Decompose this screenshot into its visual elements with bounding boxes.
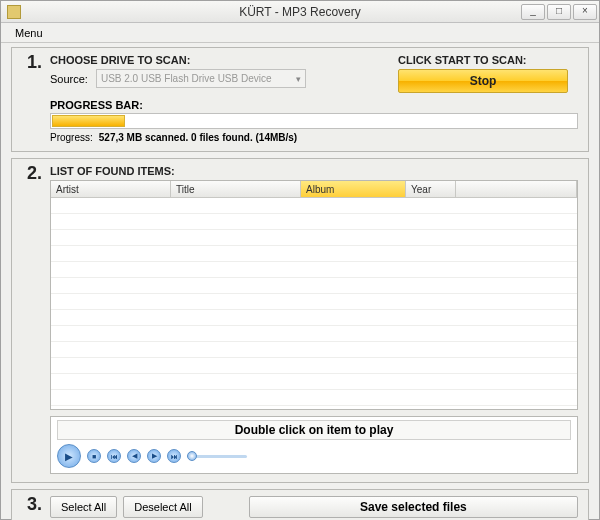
minimize-button[interactable]: _ — [521, 4, 545, 20]
table-row[interactable] — [51, 342, 577, 358]
source-label: Source: — [50, 73, 88, 85]
table-row[interactable] — [51, 390, 577, 406]
step1-number: 1. — [12, 52, 42, 73]
close-button[interactable]: × — [573, 4, 597, 20]
progress-fill — [52, 115, 125, 127]
table-row[interactable] — [51, 294, 577, 310]
grid-header: Artist Title Album Year — [51, 181, 577, 198]
panel-step2: 2. LIST OF FOUND ITEMS: Artist Title Alb… — [11, 158, 589, 483]
col-blank — [456, 181, 577, 197]
col-artist[interactable]: Artist — [51, 181, 171, 197]
col-title[interactable]: Title — [171, 181, 301, 197]
stop-icon[interactable]: ■ — [87, 449, 101, 463]
app-icon — [7, 5, 21, 19]
app-window: KÜRT - MP3 Recovery _ □ × Menu 1. CHOOSE… — [0, 0, 600, 520]
play-icon[interactable]: ▶ — [57, 444, 81, 468]
player-box: Double click on item to play ▶ ■ ⏮ ◀ ▶ ⏭ — [50, 416, 578, 474]
menu-item[interactable]: Menu — [9, 25, 49, 41]
player-hint: Double click on item to play — [57, 420, 571, 440]
next-icon[interactable]: ⏭ — [167, 449, 181, 463]
source-value: USB 2.0 USB Flash Drive USB Device — [101, 73, 272, 84]
table-row[interactable] — [51, 374, 577, 390]
table-row[interactable] — [51, 214, 577, 230]
found-items-label: LIST OF FOUND ITEMS: — [50, 165, 578, 177]
select-all-button[interactable]: Select All — [50, 496, 117, 518]
deselect-all-button[interactable]: Deselect All — [123, 496, 202, 518]
table-row[interactable] — [51, 278, 577, 294]
grid-body[interactable] — [51, 198, 577, 410]
progress-prefix: Progress: — [50, 132, 96, 143]
progress-bar-label: PROGRESS BAR: — [50, 99, 578, 111]
progress-text: Progress: 527,3 MB scanned. 0 files foun… — [50, 132, 578, 143]
panel-step1: 1. CHOOSE DRIVE TO SCAN: Source: USB 2.0… — [11, 47, 589, 152]
table-row[interactable] — [51, 326, 577, 342]
chevron-down-icon: ▾ — [296, 74, 301, 84]
prev-icon[interactable]: ⏮ — [107, 449, 121, 463]
table-row[interactable] — [51, 198, 577, 214]
scan-button[interactable]: Stop — [398, 69, 568, 93]
step2-number: 2. — [12, 163, 42, 184]
table-row[interactable] — [51, 246, 577, 262]
menubar: Menu — [1, 23, 599, 43]
save-button[interactable]: Save selected files — [249, 496, 578, 518]
progress-status: 527,3 MB scanned. 0 files found. (14MB/s… — [99, 132, 297, 143]
table-row[interactable] — [51, 230, 577, 246]
table-row[interactable] — [51, 358, 577, 374]
table-row[interactable] — [51, 310, 577, 326]
maximize-button[interactable]: □ — [547, 4, 571, 20]
table-row[interactable] — [51, 406, 577, 410]
player-controls: ▶ ■ ⏮ ◀ ▶ ⏭ — [57, 444, 571, 468]
progress-bar — [50, 113, 578, 129]
titlebar[interactable]: KÜRT - MP3 Recovery _ □ × — [1, 1, 599, 23]
start-scan-label: CLICK START TO SCAN: — [398, 54, 578, 66]
col-year[interactable]: Year — [406, 181, 456, 197]
rewind-icon[interactable]: ◀ — [127, 449, 141, 463]
window-title: KÜRT - MP3 Recovery — [1, 5, 599, 19]
source-dropdown[interactable]: USB 2.0 USB Flash Drive USB Device ▾ — [96, 69, 306, 88]
table-row[interactable] — [51, 262, 577, 278]
window-controls: _ □ × — [521, 4, 599, 20]
content-area: 1. CHOOSE DRIVE TO SCAN: Source: USB 2.0… — [1, 43, 599, 520]
seek-knob[interactable] — [187, 451, 197, 461]
results-grid[interactable]: Artist Title Album Year — [50, 180, 578, 410]
forward-icon[interactable]: ▶ — [147, 449, 161, 463]
seek-bar[interactable] — [187, 455, 247, 458]
step3-number: 3. — [12, 494, 42, 515]
choose-drive-label: CHOOSE DRIVE TO SCAN: — [50, 54, 388, 66]
col-album[interactable]: Album — [301, 181, 406, 197]
panel-step3: 3. Select All Deselect All Save selected… — [11, 489, 589, 520]
